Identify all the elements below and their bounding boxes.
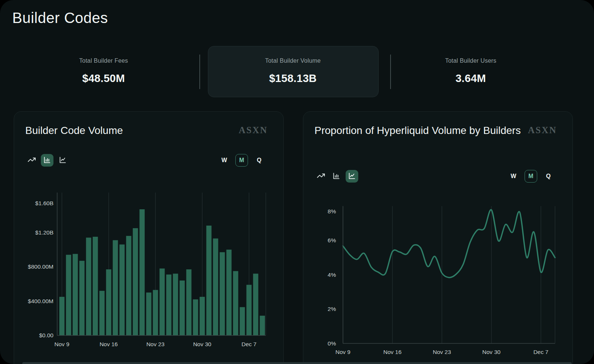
svg-text:$0.00: $0.00 xyxy=(39,332,53,338)
builder-codes-page: Builder Codes Total Builder Fees $48.50M… xyxy=(0,0,594,364)
period-week-button[interactable]: W xyxy=(507,170,520,183)
svg-text:Nov 23: Nov 23 xyxy=(433,349,451,355)
proportion-volume-chart: 0%2%4%6%8%Nov 9Nov 16Nov 23Nov 30Dec 7 xyxy=(303,112,573,364)
stat-label: Total Builder Users xyxy=(445,58,496,64)
period-toggle-group: W M Q xyxy=(218,154,265,167)
next-section-peek xyxy=(22,362,572,364)
svg-text:Nov 30: Nov 30 xyxy=(482,349,500,355)
page-title: Builder Codes xyxy=(12,10,108,26)
stat-value: $48.50M xyxy=(82,72,125,85)
svg-text:Nov 23: Nov 23 xyxy=(146,341,164,347)
svg-text:6%: 6% xyxy=(328,237,336,243)
svg-text:Nov 9: Nov 9 xyxy=(54,341,69,347)
period-week-button[interactable]: W xyxy=(218,154,231,167)
chart-toolbar: W M Q xyxy=(25,154,272,167)
chart-toolbar: W M Q xyxy=(314,170,561,183)
svg-text:Nov 30: Nov 30 xyxy=(193,341,211,347)
svg-text:$1.20B: $1.20B xyxy=(35,229,53,236)
stat-total-builder-volume[interactable]: Total Builder Volume $158.13B xyxy=(208,45,378,96)
stat-divider xyxy=(199,55,200,89)
period-toggle-group: W M Q xyxy=(507,170,555,183)
svg-text:Dec 7: Dec 7 xyxy=(533,349,549,355)
stat-label: Total Builder Volume xyxy=(265,58,321,64)
trend-chart-type-button[interactable] xyxy=(25,154,38,167)
stat-total-builder-users[interactable]: Total Builder Users 3.64M xyxy=(389,45,552,96)
svg-text:0%: 0% xyxy=(328,340,336,347)
panel-title: Builder Code Volume xyxy=(25,123,123,138)
bar-chart-icon xyxy=(43,156,51,165)
bar-chart-type-button[interactable] xyxy=(41,154,53,167)
proportion-volume-panel: Proportion of Hyperliquid Volume by Buil… xyxy=(303,111,573,364)
svg-text:Nov 16: Nov 16 xyxy=(383,349,401,355)
builder-code-volume-chart: $0.00$400.00M$800.00M$1.20B$1.60BNov 9No… xyxy=(14,112,284,364)
svg-text:Dec 7: Dec 7 xyxy=(241,341,257,347)
svg-text:Nov 9: Nov 9 xyxy=(335,349,350,355)
svg-text:$1.60B: $1.60B xyxy=(35,200,53,206)
trending-up-icon xyxy=(317,171,325,181)
svg-text:4%: 4% xyxy=(328,272,336,278)
svg-text:$800.00M: $800.00M xyxy=(28,263,53,270)
asxn-watermark: ASXN xyxy=(239,125,268,135)
trending-up-icon xyxy=(27,155,36,165)
line-chart-type-button[interactable] xyxy=(56,154,69,167)
svg-text:2%: 2% xyxy=(328,306,336,312)
period-month-button[interactable]: M xyxy=(525,170,537,183)
period-quarter-button[interactable]: Q xyxy=(253,154,265,167)
line-chart-icon xyxy=(348,172,356,181)
svg-text:$400.00M: $400.00M xyxy=(28,298,53,304)
stat-total-builder-fees[interactable]: Total Builder Fees $48.50M xyxy=(22,45,185,96)
stat-label: Total Builder Fees xyxy=(79,58,128,64)
bar-chart-type-button[interactable] xyxy=(330,170,343,183)
line-chart-type-button[interactable] xyxy=(346,170,358,183)
stats-row: Total Builder Fees $48.50M Total Builder… xyxy=(0,45,594,96)
svg-text:8%: 8% xyxy=(328,208,336,214)
trend-chart-type-button[interactable] xyxy=(314,170,327,183)
period-quarter-button[interactable]: Q xyxy=(542,170,555,183)
stat-value: $158.13B xyxy=(269,72,317,85)
asxn-watermark: ASXN xyxy=(528,125,557,135)
stat-value: 3.64M xyxy=(456,72,486,85)
builder-code-volume-panel: Builder Code Volume ASXN W M Q xyxy=(14,111,284,364)
panel-title: Proportion of Hyperliquid Volume by Buil… xyxy=(314,123,521,138)
line-chart-icon xyxy=(59,156,67,165)
period-month-button[interactable]: M xyxy=(235,154,248,167)
svg-text:Nov 16: Nov 16 xyxy=(99,341,118,347)
bar-chart-icon xyxy=(332,172,340,181)
